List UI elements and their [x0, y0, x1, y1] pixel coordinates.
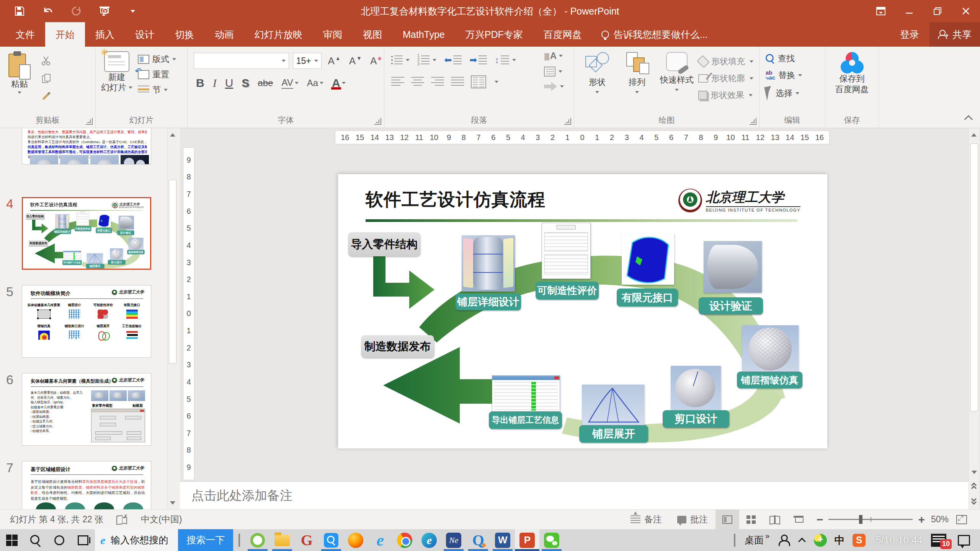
action-center-icon[interactable]	[958, 535, 970, 546]
flow-box-import[interactable]: 导入零件结构	[348, 232, 420, 256]
zoom-in-button[interactable]: +	[918, 514, 925, 525]
sogou-tray-icon[interactable]: S	[853, 534, 866, 547]
ime-indicator[interactable]: 中	[835, 533, 845, 547]
flow-step-fem-interface[interactable]: 有限元接口	[617, 289, 678, 306]
increase-indent-button[interactable]: ➡	[469, 55, 487, 65]
slide-sorter-view-button[interactable]	[739, 510, 763, 530]
tab-review[interactable]: 审阅	[313, 22, 353, 47]
tell-me-box[interactable]: 告诉我您想要做什么...	[592, 22, 717, 47]
zoom-slider[interactable]	[828, 519, 913, 520]
normal-view-button[interactable]	[715, 510, 739, 530]
taskbar-internet-explorer[interactable]: e	[368, 529, 392, 551]
manufacturability-table-image[interactable]	[542, 223, 591, 279]
flow-box-import[interactable]: 导入零件结构	[26, 214, 44, 220]
taskbar-edge[interactable]: e	[417, 529, 441, 551]
desktop-toolbar[interactable]: 桌面 »	[741, 534, 773, 546]
horizontal-ruler[interactable]: 1615141312111098765432101234567891011121…	[335, 130, 830, 144]
tab-mathtype[interactable]: MathType	[392, 22, 455, 47]
taskbar-clock[interactable]: 5/10 10:44	[875, 534, 923, 546]
taskbar-word[interactable]: W	[490, 529, 515, 551]
tab-slideshow[interactable]: 幻灯片放映	[244, 22, 313, 47]
share-button[interactable]: + 共享	[929, 22, 980, 47]
restore-icon[interactable]	[923, 0, 952, 22]
cortana-button[interactable]	[47, 529, 71, 551]
taskbar-firefox[interactable]	[343, 529, 368, 551]
hidden-icons-chevron[interactable]	[798, 538, 806, 545]
strikethrough-button[interactable]: abe	[258, 78, 273, 88]
flow-step-ply-flatten[interactable]: 铺层展开	[579, 425, 648, 443]
align-left-button[interactable]	[391, 77, 404, 87]
fem-model-image[interactable]	[97, 214, 111, 227]
align-center-button[interactable]	[411, 77, 424, 87]
start-button[interactable]	[0, 529, 24, 551]
arrange-button[interactable]: 排列	[619, 51, 655, 101]
thumb-scroll-up-icon[interactable]	[168, 128, 178, 141]
justify-button[interactable]	[451, 77, 464, 87]
flow-step-dart-design[interactable]: 剪口设计	[108, 260, 126, 264]
flow-step-ply-detail-design[interactable]: 铺层详细设计	[456, 293, 521, 310]
tab-animations[interactable]: 动画	[204, 22, 244, 47]
reset-button[interactable]: 重置	[138, 69, 176, 80]
language-status[interactable]: 中文(中国)	[141, 514, 182, 525]
format-painter-icon[interactable]	[41, 90, 52, 102]
taskbar-sogou-g[interactable]: G	[294, 529, 319, 551]
quick-styles-button[interactable]: 快速样式	[658, 51, 695, 101]
flow-step-ply-flatten[interactable]: 铺层展开	[86, 264, 104, 269]
slideshow-view-button[interactable]	[787, 510, 810, 530]
convert-smartart-button[interactable]	[544, 82, 564, 91]
flow-step-manufacturability[interactable]: 可制造性评价	[536, 282, 599, 300]
thumb-scroll-down-icon[interactable]	[168, 496, 178, 509]
tab-home[interactable]: 开始	[45, 22, 85, 47]
flow-step-export-info[interactable]: 导出铺层工艺信息	[62, 260, 82, 265]
taskbar-360-browser[interactable]	[245, 529, 270, 551]
font-size-combo[interactable]: 15+	[293, 53, 322, 69]
scroll-down-icon[interactable]	[969, 466, 979, 479]
web-search-box[interactable]: e 输入你想搜的 搜索一下	[95, 529, 233, 551]
taskbar-onenote[interactable]: Ne	[441, 529, 466, 551]
tab-transitions[interactable]: 切换	[165, 22, 204, 47]
flow-step-ply-detail-design[interactable]: 铺层详细设计	[54, 230, 71, 234]
ply-design-image[interactable]	[55, 214, 69, 229]
spell-check-icon[interactable]	[116, 515, 128, 525]
360-safety-tray-icon[interactable]	[814, 534, 827, 547]
tab-insert[interactable]: 插入	[85, 22, 125, 47]
taskbar-qq[interactable]: Q	[466, 529, 490, 551]
shape-fill-button[interactable]: 形状填充	[698, 56, 753, 67]
tab-design[interactable]: 设计	[125, 22, 165, 47]
sign-in-button[interactable]: 登录	[890, 22, 929, 47]
manufacturability-table-image[interactable]	[76, 211, 89, 225]
previous-slide-icon[interactable]	[969, 482, 980, 493]
notes-toggle-button[interactable]: 备注	[623, 510, 670, 530]
taskbar-search-button[interactable]	[24, 529, 47, 551]
next-slide-icon[interactable]	[969, 496, 980, 508]
notes-pane[interactable]: 点击此处添加备注	[180, 481, 969, 509]
task-view-button[interactable]	[71, 529, 95, 551]
layout-button[interactable]: 版式	[138, 54, 176, 65]
clear-formatting-button[interactable]: A◆	[368, 55, 384, 67]
cut-icon[interactable]	[41, 55, 52, 67]
find-button[interactable]: 查找	[766, 53, 825, 64]
shapes-button[interactable]: 形状	[579, 51, 616, 101]
flow-step-design-verify[interactable]: 设计验证	[117, 230, 134, 235]
thumbnail-slide-3[interactable]: 复杂、性能分散性大、数据量大等问题，其产品和工艺设计复杂、繁琐、效率低，因此，采…	[22, 128, 151, 165]
flow-step-wrinkle-sim[interactable]: 铺层褶皱仿真	[127, 250, 144, 254]
flow-step-fem-interface[interactable]: 有限元接口	[96, 228, 112, 233]
thumbnail-slide-6[interactable]: 实体创建基本几何要素（模具型面生成） 北京理工大学 基本几何要素包括：贴模面、边…	[22, 373, 151, 446]
main-slide[interactable]: 软件工艺设计仿真流程 北京理工大学 BEIJING INSTITUTE OF T…	[338, 174, 827, 448]
tab-view[interactable]: 视图	[353, 22, 392, 47]
select-button[interactable]: 选择	[766, 86, 825, 100]
main-scrollbar-handle[interactable]	[970, 143, 978, 411]
taskbar-file-explorer[interactable]	[270, 529, 294, 551]
design-verify-image[interactable]	[704, 241, 762, 293]
vertical-ruler[interactable]: 9876543210123456789	[183, 147, 194, 480]
save-to-baidu-button[interactable]: 保存到 百度网盘	[825, 47, 879, 95]
flow-box-publish[interactable]: 制造数据发布	[361, 335, 434, 358]
comments-toggle-button[interactable]: 批注	[670, 510, 715, 530]
wrinkle-sim-image[interactable]	[742, 325, 799, 372]
zoom-slider-handle[interactable]	[859, 515, 862, 524]
people-icon[interactable]	[778, 535, 789, 546]
numbering-button[interactable]: 123	[417, 54, 436, 66]
save-icon[interactable]	[13, 5, 26, 18]
taskbar-chrome[interactable]	[392, 529, 417, 551]
web-search-go-button[interactable]: 搜索一下	[178, 529, 233, 551]
